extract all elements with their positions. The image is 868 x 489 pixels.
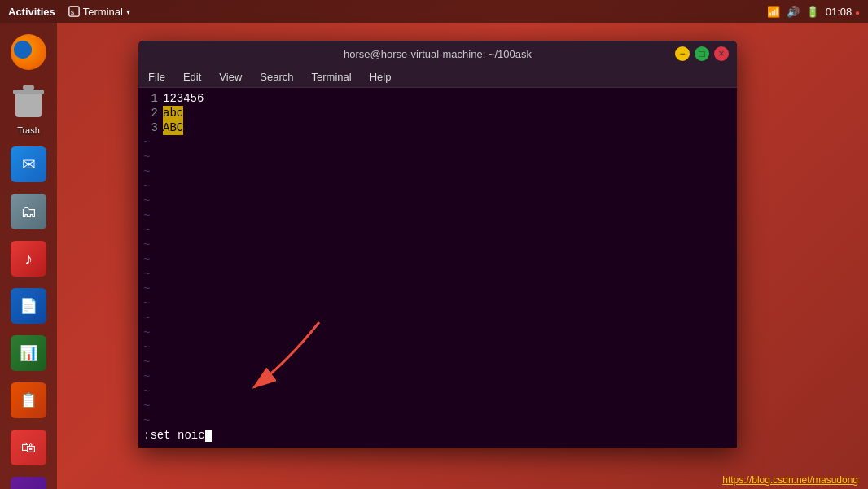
sidebar-item-music[interactable]: ♪ [7,238,50,280]
help-icon: ? [11,477,46,489]
trash-label: Trash [17,125,40,135]
vim-cursor [205,430,212,442]
vim-line-3: 3 ABC [140,120,735,135]
tilde-7: ~ [140,179,735,194]
tilde-13: ~ [140,267,735,282]
menu-file[interactable]: File [145,69,169,85]
app-indicator: $ Terminal ▾ [68,6,130,18]
music-icon: ♪ [11,241,46,277]
appstore-icon: 🛍 [11,430,46,465]
terminal-menubar: File Edit View Search Terminal Help [138,67,737,88]
bottom-link[interactable]: https://blog.csdn.net/masudong [712,471,868,489]
tilde-18: ~ [140,340,735,355]
line-content-3: ABC [163,120,183,135]
terminal-title: horse@horse-virtual-machine: ~/100ask [344,48,532,60]
trash-icon-container [7,81,50,124]
tilde-19: ~ [140,355,735,369]
topbar: Activities $ Terminal ▾ 📶 🔊 🔋 01:08 ● [0,0,868,23]
app-name-label: Terminal [83,6,123,18]
vim-command-line: :set noic [140,426,735,444]
maximize-button[interactable]: □ [695,46,709,61]
terminal-window: horse@horse-virtual-machine: ~/100ask − … [138,41,737,448]
menu-help[interactable]: Help [366,69,395,85]
line-content-2: abc [163,106,183,120]
tilde-8: ~ [140,194,735,208]
tilde-22: ~ [140,399,735,413]
app-menu-arrow: ▾ [126,7,130,16]
menu-view[interactable]: View [216,69,245,85]
files-icon: 🗂 [11,194,46,229]
vim-line-1: 1 123456 [140,91,735,106]
desktop: Activities $ Terminal ▾ 📶 🔊 🔋 01:08 ● [0,0,868,489]
tilde-17: ~ [140,325,735,340]
sidebar-item-email[interactable]: ✉ [7,143,50,186]
battery-icon: 🔋 [806,6,819,18]
menu-terminal[interactable]: Terminal [309,69,355,85]
sidebar-item-help[interactable]: ? [7,474,50,489]
trash-icon [12,85,45,120]
activities-button[interactable]: Activities [8,6,55,18]
vim-command-text: :set noic [143,429,212,442]
presentation-icon: 📋 [11,382,46,418]
clock: 01:08 ● [826,6,860,18]
volume-icon: 🔊 [787,6,800,18]
sidebar-item-appstore[interactable]: 🛍 [7,426,50,469]
trash-lid [13,90,44,94]
svg-text:$: $ [70,9,74,16]
sidebar-item-trash[interactable]: Trash [4,78,53,138]
email-icon: ✉ [11,146,46,182]
tilde-4: ~ [140,135,735,150]
tilde-10: ~ [140,223,735,238]
line-content-1: 123456 [163,91,204,106]
menu-edit[interactable]: Edit [180,69,204,85]
line-number-2: 2 [140,106,163,120]
terminal-body[interactable]: 1 123456 2 abc 3 ABC ~ ~ ~ ~ ~ [138,88,737,448]
sidebar-item-spreadsheet[interactable]: 📊 [7,332,50,374]
tilde-11: ~ [140,238,735,252]
tilde-6: ~ [140,164,735,179]
sidebar-item-files[interactable]: 🗂 [7,190,50,233]
network-icon: 📶 [767,6,780,18]
tilde-15: ~ [140,296,735,311]
spreadsheet-icon: 📊 [11,335,46,371]
tilde-16: ~ [140,311,735,325]
trash-body [15,90,42,117]
sidebar: Trash ✉ 🗂 ♪ 📄 � [0,23,57,489]
minimize-button[interactable]: − [675,46,690,61]
menu-search[interactable]: Search [256,69,296,85]
tilde-21: ~ [140,384,735,399]
tilde-5: ~ [140,150,735,164]
terminal-titlebar: horse@horse-virtual-machine: ~/100ask − … [138,41,737,67]
tilde-14: ~ [140,282,735,296]
topbar-right: 📶 🔊 🔋 01:08 ● [767,6,860,18]
vim-content: 1 123456 2 abc 3 ABC ~ ~ ~ ~ ~ [140,91,735,444]
window-controls: − □ × [675,46,729,61]
vim-line-2: 2 abc [140,106,735,120]
tilde-12: ~ [140,252,735,267]
line-number-1: 1 [140,91,163,106]
trash-handle [23,85,34,90]
sidebar-item-presentation[interactable]: 📋 [7,379,50,421]
sidebar-item-firefox[interactable] [7,31,50,73]
writer-icon: 📄 [11,288,46,324]
firefox-icon [11,34,46,70]
sidebar-item-writer[interactable]: 📄 [7,285,50,327]
tilde-9: ~ [140,208,735,223]
close-button[interactable]: × [714,46,729,61]
tilde-20: ~ [140,369,735,384]
line-number-3: 3 [140,120,163,135]
terminal-icon: $ [68,6,80,17]
